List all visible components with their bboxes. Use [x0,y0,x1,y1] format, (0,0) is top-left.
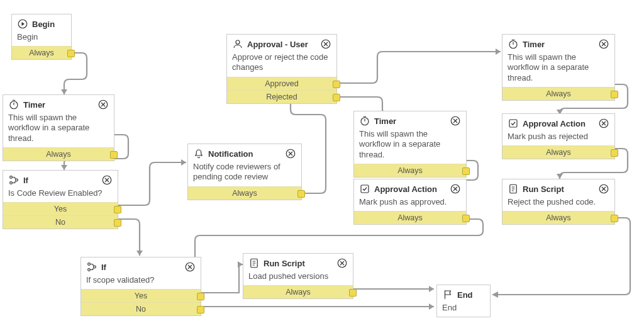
out-always[interactable]: Always [3,147,114,161]
node-desc: This will spawn the workflow in a separa… [502,51,614,87]
node-title: If [101,263,184,272]
out-always[interactable]: Always [502,145,614,159]
node-desc: This will spawn the workflow in a separa… [3,111,114,147]
node-if-code-review[interactable]: If Is Code Review Enabled? Yes No [3,170,118,229]
node-desc: Mark push as rejected [502,130,614,145]
node-title: Begin [32,20,66,29]
close-icon[interactable] [285,148,296,159]
out-rejected[interactable]: Rejected [227,90,336,103]
svg-marker-2 [181,159,186,166]
svg-marker-5 [496,48,501,55]
close-icon[interactable] [598,118,609,129]
node-title: Timer [23,100,97,110]
node-desc: Load pushed versions [243,270,353,285]
node-desc: Begin [12,31,71,46]
out-always[interactable]: Always [188,186,301,200]
svg-marker-12 [429,303,434,310]
svg-marker-9 [557,174,563,179]
node-desc: Is Code Review Enabled? [3,187,118,202]
node-desc: If scope validated? [81,274,201,289]
close-icon[interactable] [450,115,461,127]
node-begin[interactable]: Begin Begin Always [11,14,72,60]
node-run-script-reject[interactable]: Run Script Reject the pushed code. Alway… [502,179,615,225]
node-end[interactable]: End End [436,285,491,317]
bell-icon [193,148,204,159]
node-desc: Notify code reviewers of pending code re… [188,161,301,186]
workflow-canvas: Begin Begin Always Timer This will spawn… [0,0,644,328]
svg-point-35 [88,269,91,271]
timer-icon [8,99,19,110]
script-icon [508,183,519,195]
out-always[interactable]: Always [354,164,466,177]
node-title: Approval - User [247,40,320,49]
node-timer-2[interactable]: Timer This will spawn the workflow in a … [353,111,467,178]
node-title: Run Script [264,259,336,268]
svg-point-17 [10,176,13,179]
svg-marker-13 [429,286,434,292]
out-always[interactable]: Always [243,285,353,298]
out-always[interactable]: Always [354,211,466,224]
node-approval-action-rejected[interactable]: Approval Action Mark push as rejected Al… [502,113,615,159]
node-title: Timer [374,116,450,126]
svg-point-22 [236,40,240,44]
svg-point-34 [88,263,91,266]
branch-icon [86,261,97,273]
node-desc: This will spawn the workflow in a separa… [354,128,466,164]
svg-marker-0 [61,89,67,94]
svg-point-19 [16,179,18,181]
node-notification[interactable]: Notification Notify code reviewers of pe… [187,144,302,200]
node-approval-user[interactable]: Approval - User Approve or reject the co… [226,34,337,104]
out-yes[interactable]: Yes [3,202,118,215]
out-always[interactable]: Always [502,87,614,100]
node-approval-action-approved[interactable]: Approval Action Mark push as approved. A… [353,179,467,225]
node-title: Approval Action [523,119,598,128]
check-icon [508,118,519,129]
out-yes[interactable]: Yes [81,289,201,302]
script-icon [248,257,260,269]
svg-marker-10 [492,291,498,298]
node-desc: Mark push as approved. [354,196,466,211]
svg-marker-11 [238,261,243,268]
node-timer-1[interactable]: Timer This will spawn the workflow in a … [3,94,114,161]
svg-point-18 [10,182,13,184]
node-timer-3[interactable]: Timer This will spawn the workflow in a … [502,34,615,101]
close-icon[interactable] [101,174,113,186]
flag-icon [442,289,453,300]
node-title: If [23,176,101,185]
node-title: Run Script [523,184,598,194]
close-icon[interactable] [336,257,348,269]
svg-rect-30 [509,120,517,127]
svg-marker-3 [136,251,143,256]
node-title: Timer [523,40,598,49]
close-icon[interactable] [320,38,331,50]
svg-marker-1 [61,165,67,170]
svg-point-36 [94,266,96,268]
node-run-script-load[interactable]: Run Script Load pushed versions Always [243,253,353,299]
close-icon[interactable] [184,261,196,273]
user-icon [232,38,243,50]
close-icon[interactable] [450,183,461,195]
out-no[interactable]: No [81,302,201,315]
timer-icon [508,38,519,50]
node-title: Notification [208,149,285,159]
out-always[interactable]: Always [502,211,614,224]
timer-icon [359,115,370,127]
close-icon[interactable] [97,99,109,110]
node-desc: Approve or reject the code changes [227,51,336,77]
svg-rect-26 [361,185,369,193]
out-no[interactable]: No [3,215,118,229]
branch-icon [8,174,19,186]
node-title: End [457,290,485,300]
close-icon[interactable] [598,183,609,195]
node-title: Approval Action [374,184,450,194]
close-icon[interactable] [598,38,609,50]
node-desc: End [437,302,490,317]
node-desc: Reject the pushed code. [502,196,614,211]
play-icon [17,18,28,30]
check-icon [359,183,370,195]
node-if-scope-validated[interactable]: If If scope validated? Yes No [80,257,201,316]
out-approved[interactable]: Approved [227,77,336,90]
out-always[interactable]: Always [12,46,71,59]
